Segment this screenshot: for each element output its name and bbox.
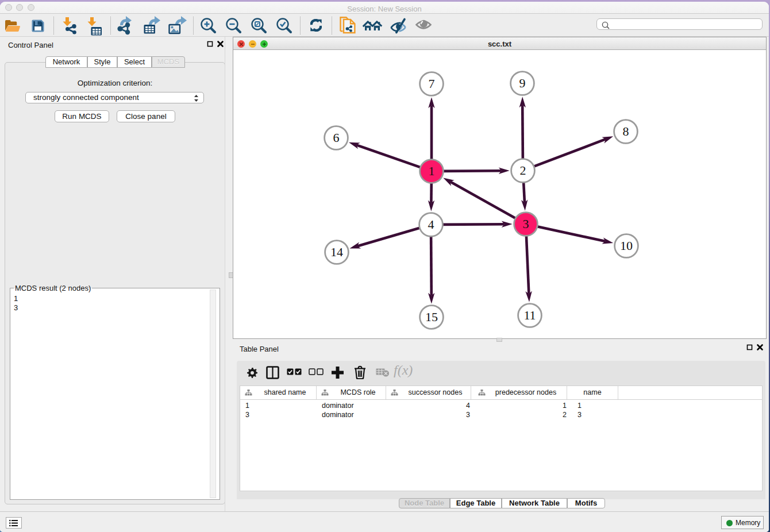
svg-text:7: 7 [429, 76, 435, 91]
svg-text:11: 11 [523, 308, 536, 322]
svg-text:10: 10 [620, 238, 633, 253]
svg-text:6: 6 [333, 130, 340, 145]
svg-text:4: 4 [428, 217, 434, 232]
svg-text:15: 15 [425, 310, 438, 324]
svg-text:3: 3 [523, 217, 529, 231]
svg-text:8: 8 [623, 124, 629, 138]
svg-text:9: 9 [519, 76, 526, 90]
svg-text:2: 2 [520, 163, 526, 178]
svg-text:1: 1 [429, 164, 435, 178]
svg-text:14: 14 [330, 245, 343, 259]
